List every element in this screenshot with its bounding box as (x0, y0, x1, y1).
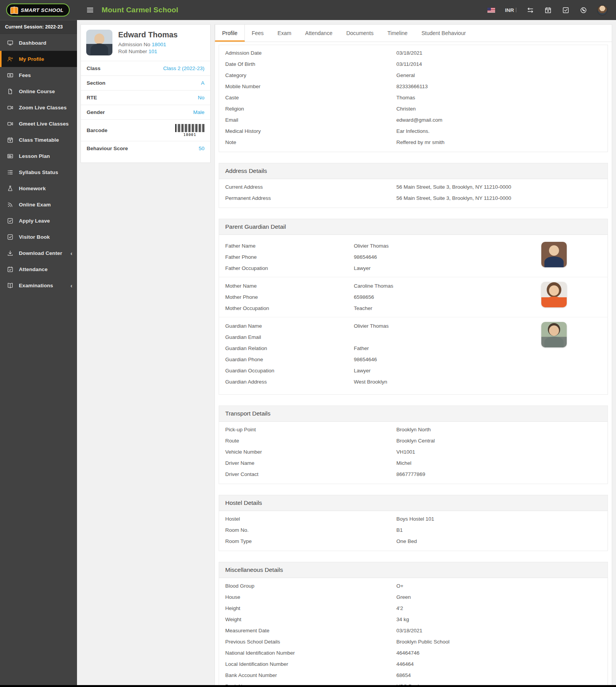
video-icon (7, 104, 14, 111)
row-label: RTE (87, 95, 97, 101)
sidebar-item-class-timetable[interactable]: Class Timetable (0, 132, 77, 148)
bottom-strip (0, 685, 616, 687)
sidebar-item-online-exam[interactable]: Online Exam (0, 196, 77, 213)
detail-label: Driver Name (225, 460, 397, 466)
detail-value: Ear Infections. (397, 128, 601, 134)
detail-label: Room Type (225, 538, 397, 544)
monitor-icon (7, 39, 14, 46)
detail-label: Religion (225, 106, 397, 112)
detail-value: 8667777869 (397, 471, 601, 477)
miscellaneous-details-row-national-identification-number: National Identification Number46464746 (219, 647, 608, 659)
logo-text: SMART SCHOOL (21, 7, 64, 13)
detail-label: National Identification Number (225, 650, 397, 656)
detail-label: Room No. (225, 527, 397, 533)
guardian-row-father-occupation: Father OccupationLawyer (219, 263, 541, 274)
basic-row-caste: CasteThomas (219, 92, 608, 103)
sidebar-menu: DashboardMy ProfileFeesOnline CourseZoom… (0, 34, 77, 293)
guardian-row-guardian-occupation: Guardian OccupationLawyer (219, 365, 541, 376)
transport-details-row-driver-contact: Driver Contact8667777869 (219, 469, 608, 480)
row-value[interactable]: Class 2 (2022-23) (163, 65, 204, 71)
sidebar-item-label: Syllabus Status (19, 169, 58, 175)
detail-label: Guardian Address (225, 379, 354, 385)
sidebar-item-label: Class Timetable (19, 137, 59, 143)
barcode-number: 18001 (183, 132, 196, 137)
sidebar-item-attendance[interactable]: Attendance (0, 261, 77, 277)
tab-timeline[interactable]: Timeline (380, 25, 414, 42)
sidebar-item-label: Attendance (19, 266, 48, 272)
mother-group: Mother NameCaroline ThomasMother Phone65… (219, 277, 608, 317)
download-icon (7, 250, 14, 256)
sidebar-item-apply-leave[interactable]: Apply Leave (0, 213, 77, 229)
user-avatar[interactable] (597, 5, 608, 15)
swap-arrows-icon[interactable] (526, 6, 534, 14)
student-photo (86, 30, 112, 55)
detail-value: Brooklyn Public School (397, 639, 601, 645)
tab-attendance[interactable]: Attendance (298, 25, 340, 42)
detail-value: Brooklyn North (397, 427, 601, 432)
task-check-icon[interactable] (562, 6, 569, 14)
miscellaneous-details-row-blood-group: Blood GroupO+ (219, 580, 608, 591)
sidebar-item-dashboard[interactable]: Dashboard (0, 35, 77, 51)
tab-student-behaviour[interactable]: Student Behaviour (415, 25, 473, 42)
school-name-title: Mount Carmel School (102, 6, 178, 14)
row-label: Class (87, 65, 100, 71)
detail-label: Caste (225, 95, 397, 101)
detail-label: Mother Occupation (225, 305, 354, 311)
miscellaneous-details-row-weight: Weight34 kg (219, 614, 608, 625)
detail-value: 56 Main Street, Suite 3, Brooklyn, NY 11… (397, 195, 601, 201)
detail-value: Boys Hostel 101 (397, 516, 601, 522)
detail-value: Caroline Thomas (354, 283, 535, 289)
tab-exam[interactable]: Exam (271, 25, 298, 42)
sidebar-item-online-course[interactable]: Online Course (0, 83, 77, 99)
detail-value: General (397, 72, 601, 78)
whatsapp-icon[interactable] (579, 6, 587, 14)
sidebar-item-lesson-plan[interactable]: Lesson Plan (0, 148, 77, 164)
topbar-actions: INR (487, 5, 616, 15)
chevron-left-icon: ‹ (70, 250, 72, 256)
behaviour-score-row: Behaviour Score 50 (81, 141, 210, 156)
sidebar-item-visitor-book[interactable]: Visitor Book (0, 229, 77, 245)
tab-profile[interactable]: Profile (215, 25, 245, 42)
app-logo[interactable]: SMART SCHOOL (6, 3, 70, 17)
father-photo-column (541, 239, 608, 267)
tab-fees[interactable]: Fees (245, 25, 271, 42)
detail-label: Previous School Details (225, 639, 397, 645)
detail-label: Category (225, 72, 397, 78)
section-hostel-details: Hostel DetailsHostelBoys Hostel 101Room … (219, 495, 608, 551)
sidebar-item-my-profile[interactable]: My Profile (0, 51, 77, 67)
roll-number-line: Roll Number 101 (118, 49, 177, 54)
detail-value: Father (354, 345, 535, 351)
detail-label: Guardian Occupation (225, 368, 354, 374)
sidebar-toggle-button[interactable] (85, 6, 95, 14)
language-flag-icon[interactable] (487, 8, 495, 13)
guardian-row-guardian-address: Guardian AddressWest Brooklyn (219, 376, 541, 387)
calendar-icon[interactable] (544, 6, 552, 14)
detail-value: Michel (397, 460, 601, 466)
detail-label: Father Name (225, 243, 354, 249)
admission-no-label: Admission No (118, 42, 150, 47)
transport-details-row-vehicle-number: Vehicle NumberVH1001 (219, 446, 608, 457)
tab-documents[interactable]: Documents (339, 25, 380, 42)
sidebar-item-gmeet-live-classes[interactable]: Gmeet Live Classes (0, 116, 77, 132)
sidebar-item-homework[interactable]: Homework (0, 180, 77, 196)
book-logo-icon (10, 6, 18, 14)
detail-value: 46464746 (397, 650, 601, 656)
sidebar-item-examinations[interactable]: Examinations‹ (0, 277, 77, 293)
sidebar-item-download-center[interactable]: Download Center‹ (0, 245, 77, 261)
detail-value: Olivier Thomas (354, 323, 535, 329)
currency-selector[interactable]: INR (505, 7, 516, 13)
sidebar-item-zoom-live-classes[interactable]: Zoom Live Classes (0, 99, 77, 116)
hostel-details-row-hostel: HostelBoys Hostel 101 (219, 513, 608, 524)
sidebar-item-label: Fees (19, 72, 31, 78)
section-address-details: Address DetailsCurrent Address56 Main St… (219, 163, 608, 208)
basic-row-medical-history: Medical HistoryEar Infections. (219, 126, 608, 137)
detail-label: Blood Group (225, 583, 397, 589)
admission-no-line: Admission No 18001 (118, 42, 177, 47)
detail-value: Olivier Thomas (354, 243, 535, 249)
sidebar-item-fees[interactable]: Fees (0, 67, 77, 83)
detail-label: House (225, 594, 397, 600)
section-title: Hostel Details (219, 495, 608, 511)
transport-details-row-driver-name: Driver NameMichel (219, 457, 608, 469)
sidebar-item-syllabus-status[interactable]: Syllabus Status (0, 164, 77, 180)
guardian-row-guardian-name: Guardian NameOlivier Thomas (219, 320, 541, 332)
